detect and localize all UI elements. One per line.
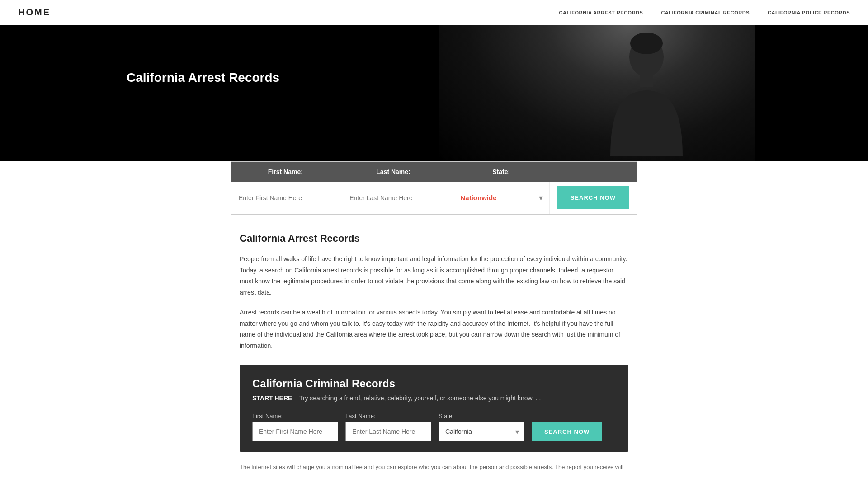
state-select-wrapper: Nationwide California Alabama Alaska Ari… bbox=[453, 182, 549, 214]
nav-link-arrest-records[interactable]: CALIFORNIA ARREST RECORDS bbox=[559, 10, 643, 15]
state-select[interactable]: Nationwide California Alabama Alaska Ari… bbox=[453, 182, 549, 214]
search-section: First Name: Last Name: State: Nationwide… bbox=[231, 161, 637, 215]
criminal-section-subtitle: START HERE – Try searching a friend, rel… bbox=[252, 394, 616, 402]
criminal-first-name-field: First Name: bbox=[252, 413, 338, 441]
criminal-form: First Name: Last Name: State: California… bbox=[252, 413, 616, 441]
search-labels-row: First Name: Last Name: State: bbox=[231, 162, 637, 182]
criminal-section-title: California Criminal Records bbox=[252, 377, 616, 390]
search-btn-wrap: SEARCH NOW bbox=[550, 182, 637, 214]
search-now-button[interactable]: SEARCH NOW bbox=[557, 186, 629, 209]
navbar-brand[interactable]: HOME bbox=[18, 7, 51, 18]
navbar-links: CALIFORNIA ARREST RECORDS CALIFORNIA CRI… bbox=[559, 10, 850, 15]
state-label: State: bbox=[447, 162, 555, 182]
criminal-records-section: California Criminal Records START HERE –… bbox=[240, 365, 628, 452]
content-paragraph-1: People from all walks of life have the r… bbox=[240, 253, 628, 298]
last-name-input[interactable] bbox=[342, 182, 453, 214]
nav-link-criminal-records[interactable]: CALIFORNIA CRIMINAL RECORDS bbox=[661, 10, 750, 15]
hero-section: California Arrest Records bbox=[0, 25, 868, 161]
search-btn-placeholder bbox=[555, 162, 637, 182]
search-inputs-row: Nationwide California Alabama Alaska Ari… bbox=[231, 182, 637, 214]
first-name-label: First Name: bbox=[231, 162, 340, 182]
criminal-select-wrapper: California Nationwide Alabama Alaska ▾ bbox=[439, 422, 524, 441]
content-paragraph-2: Arrest records can be a wealth of inform… bbox=[240, 307, 628, 351]
criminal-first-name-label: First Name: bbox=[252, 413, 338, 419]
criminal-last-name-field: Last Name: bbox=[345, 413, 431, 441]
criminal-state-field: State: California Nationwide Alabama Ala… bbox=[439, 413, 524, 441]
criminal-state-label: State: bbox=[439, 413, 524, 419]
bottom-text: The Internet sites will charge you a nom… bbox=[240, 463, 628, 472]
criminal-last-name-input[interactable] bbox=[345, 422, 431, 441]
criminal-search-now-button[interactable]: SEARCH NOW bbox=[532, 422, 602, 441]
navbar: HOME CALIFORNIA ARREST RECORDS CALIFORNI… bbox=[0, 0, 868, 25]
hero-content: California Arrest Records bbox=[0, 25, 868, 85]
criminal-state-select[interactable]: California Nationwide Alabama Alaska bbox=[439, 422, 524, 441]
content-title: California Arrest Records bbox=[240, 233, 628, 244]
nav-link-police-records[interactable]: CALIFORNIA POLICE RECORDS bbox=[768, 10, 850, 15]
criminal-last-name-label: Last Name: bbox=[345, 413, 431, 419]
main-content: California Arrest Records People from al… bbox=[231, 215, 637, 488]
start-here-label: START HERE bbox=[252, 394, 292, 402]
criminal-first-name-input[interactable] bbox=[252, 422, 338, 441]
last-name-label: Last Name: bbox=[340, 162, 448, 182]
subtitle-text: – Try searching a friend, relative, cele… bbox=[292, 394, 541, 402]
hero-title: California Arrest Records bbox=[127, 70, 868, 85]
first-name-input[interactable] bbox=[231, 182, 342, 214]
